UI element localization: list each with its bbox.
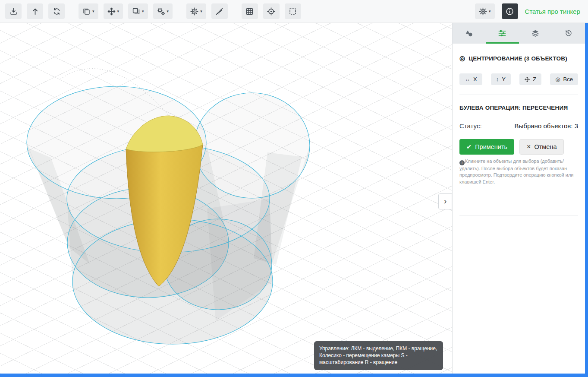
scene-canvas[interactable] [0,23,452,374]
measure-icon [215,7,223,16]
panel-collapse-button[interactable]: › [438,193,452,209]
help-text: iКликните на объекты для выбора (добавит… [459,158,578,186]
help-text-body: Кликните на объекты для выбора (добавить… [459,158,573,184]
info-circle-icon: i [459,160,465,165]
tab-layers[interactable] [519,23,552,44]
cancel-label: Отмена [534,143,557,150]
arrow-horizontal-icon: ↔ [465,76,470,82]
measure-button[interactable] [211,3,228,19]
toolbar-group-view [242,3,301,19]
centering-section-title: ◎ ЦЕНТРИРОВАНИЕ (3 ОБЪЕКТОВ) [459,54,578,62]
arrow-vertical-icon: ↕ [496,76,499,82]
caret-down-icon: ▾ [142,10,144,13]
upload-button[interactable] [27,3,43,19]
target-icon: ◎ [459,54,465,62]
vertical-scrollbar[interactable] [585,23,588,377]
section-divider [459,215,578,215]
select-area-icon [289,7,297,16]
select-area-button[interactable] [285,3,301,19]
gear-icon [479,7,487,16]
shapes-icon [465,29,473,37]
arrow-up-icon [31,7,39,16]
toolbar-group-file [5,3,65,19]
toolbar-group-edit: ▾ ▾ ▾ ▾ [79,3,173,19]
panel-tabs [453,23,585,44]
apply-label: Применить [475,143,507,150]
caret-down-icon: ▾ [200,10,202,13]
toolbar-group-tools: ▾ [186,3,228,19]
controls-tooltip: Управление: ЛКМ - выделение, ПКМ - враще… [314,341,443,370]
center-z-label: Z [533,76,536,82]
article-link[interactable]: Статья про тинкер [525,8,580,15]
copy-dropdown-button[interactable]: ▾ [79,3,98,19]
center-all-button[interactable]: ◎ Все [550,73,578,85]
center-z-button[interactable]: Z [519,73,541,85]
save-button[interactable] [5,3,22,19]
duplicate-dropdown-button[interactable]: ▾ [128,3,148,19]
duplicate-icon [132,7,140,16]
history-icon [565,29,572,37]
viewport-3d[interactable]: Управление: ЛКМ - выделение, ПКМ - враще… [0,23,452,374]
caret-down-icon: ▾ [117,10,119,13]
check-icon: ✔ [466,143,472,150]
caret-down-icon: ▾ [489,10,491,13]
close-icon: × [527,143,531,150]
move-axes-icon [525,77,530,82]
main-area: Управление: ЛКМ - выделение, ПКМ - враще… [0,23,585,374]
tab-properties[interactable] [486,23,519,44]
caret-down-icon: ▾ [92,10,94,13]
apply-button[interactable]: ✔ Применить [459,139,514,155]
refresh-icon [53,7,61,16]
status-value: Выбрано объектов: 3 [515,122,578,130]
move-icon [107,7,116,16]
center-y-label: Y [502,76,506,82]
toolbar-right-cluster: ▾ Статья про тинкер [475,3,583,19]
tab-shapes[interactable] [453,23,486,44]
tab-history[interactable] [552,23,585,44]
top-toolbar: ▾ ▾ ▾ ▾ ▾ [0,0,588,23]
grid-icon [245,7,254,16]
center-x-label: X [473,76,477,82]
centering-axis-buttons: ↔ X ↕ Y Z ◎ Все [459,73,578,85]
caret-down-icon: ▾ [167,10,169,13]
global-settings-dropdown-button[interactable]: ▾ [475,3,495,19]
machine-settings-icon [157,7,165,16]
settings-dropdown-button[interactable]: ▾ [186,3,206,19]
center-all-label: Все [563,76,573,82]
status-row: Статус: Выбрано объектов: 3 [459,122,578,130]
move-dropdown-button[interactable]: ▾ [104,3,123,19]
center-view-button[interactable] [263,3,280,19]
chevron-right-icon: › [444,196,447,206]
info-icon [506,7,514,16]
center-x-button[interactable]: ↔ X [459,73,482,85]
action-buttons: ✔ Применить × Отмена [459,139,578,155]
center-y-button[interactable]: ↕ Y [491,73,511,85]
target-icon: ◎ [555,76,560,82]
refresh-button[interactable] [48,3,65,19]
section-divider [459,95,578,95]
copy-icon [82,7,91,16]
save-icon [9,7,18,16]
boolean-op-title: БУЛЕВА ОПЕРАЦИЯ: ПЕРЕСЕЧЕНИЯ [459,105,578,111]
grid-button[interactable] [242,3,258,19]
info-button[interactable] [502,3,518,19]
gear-icon [190,7,198,16]
cancel-button[interactable]: × Отмена [519,139,564,155]
status-label: Статус: [459,122,482,130]
layers-icon [531,29,539,37]
sliders-icon [498,29,506,37]
right-panel: ◎ ЦЕНТРИРОВАНИЕ (3 ОБЪЕКТОВ) ↔ X ↕ Y Z [452,23,585,374]
centering-title-text: ЦЕНТРИРОВАНИЕ (3 ОБЪЕКТОВ) [469,55,567,62]
center-view-icon [267,7,275,16]
panel-content: ◎ ЦЕНТРИРОВАНИЕ (3 ОБЪЕКТОВ) ↔ X ↕ Y Z [453,44,585,222]
machine-settings-dropdown-button[interactable]: ▾ [153,3,173,19]
horizontal-scrollbar[interactable] [0,374,585,377]
